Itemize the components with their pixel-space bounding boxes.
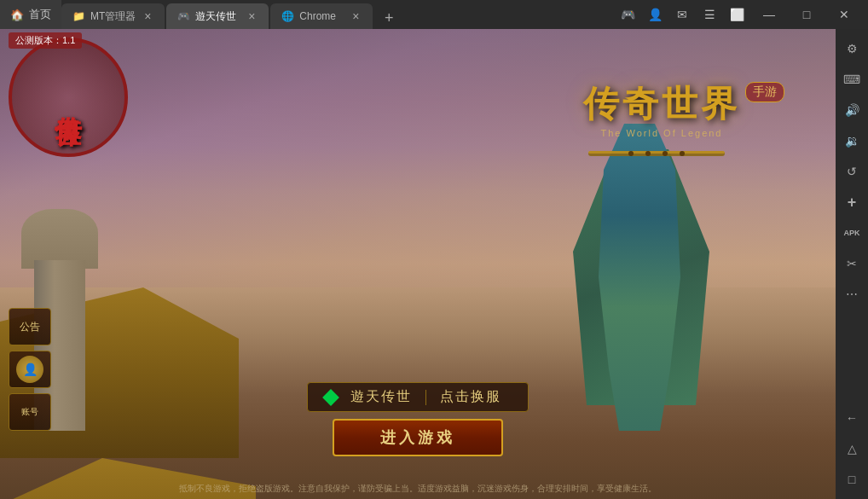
recents-button[interactable]: □ bbox=[839, 467, 865, 492]
svg-point-4 bbox=[663, 151, 668, 156]
tab-chrome-close[interactable]: × bbox=[349, 9, 362, 23]
server-divider bbox=[425, 390, 426, 405]
tab-yitian-label: 遊天传世 bbox=[195, 9, 236, 24]
svg-point-2 bbox=[628, 151, 634, 156]
tabs-container: 📁 MT管理器 × 🎮 遊天传世 × 🌐 Chrome × + bbox=[61, 0, 609, 29]
ctrl-mail[interactable]: ✉ bbox=[670, 3, 694, 26]
bottom-ui: 遊天传世 点击换服 进入游戏 bbox=[0, 382, 836, 456]
yitian-icon: 🎮 bbox=[176, 9, 190, 23]
ctrl-gamepad[interactable]: 🎮 bbox=[616, 3, 639, 26]
tab-yitian-close[interactable]: × bbox=[245, 9, 258, 23]
home-tab[interactable]: 🏠 首页 bbox=[0, 0, 61, 29]
logo-right-title-text: 传奇世界 The World Of Legend bbox=[583, 80, 740, 138]
logo-circle: 传奇世界 bbox=[9, 38, 128, 157]
window-controls: 🎮 👤 ✉ ☰ ⬜ — □ ✕ bbox=[609, 0, 868, 29]
chrome-icon: 🌐 bbox=[281, 9, 294, 23]
home-tab-label: 首页 bbox=[29, 7, 51, 22]
ctrl-display[interactable]: ⬜ bbox=[725, 3, 749, 26]
tab-mt-manager[interactable]: 📁 MT管理器 × bbox=[61, 3, 165, 29]
top-banner-text: 公测版本：1.1 bbox=[15, 35, 75, 45]
mt-manager-icon: 📁 bbox=[72, 9, 85, 23]
enter-game-button[interactable]: 进入游戏 bbox=[333, 419, 503, 456]
window-close-button[interactable]: ✕ bbox=[827, 0, 861, 29]
server-change-button[interactable]: 点击换服 bbox=[440, 388, 501, 406]
disclaimer-text: 抵制不良游戏，拒绝盗版游戏。注意自我保护，谨防受骗上当。适度游戏益脑，沉迷游戏伤… bbox=[0, 483, 836, 495]
account-icon: 👤 bbox=[16, 356, 43, 383]
ctrl-menu[interactable]: ☰ bbox=[697, 3, 721, 26]
game-logo-right: 传奇世界 The World Of Legend 手游 bbox=[583, 80, 784, 138]
tab-yitian[interactable]: 🎮 遊天传世 × bbox=[166, 3, 269, 29]
new-tab-button[interactable]: + bbox=[378, 7, 400, 29]
tab-chrome[interactable]: 🌐 Chrome × bbox=[270, 3, 373, 29]
scissors-button[interactable]: ✂ bbox=[839, 251, 865, 276]
svg-point-3 bbox=[645, 151, 651, 156]
window-maximize-button[interactable]: □ bbox=[790, 0, 824, 29]
home-button[interactable]: △ bbox=[839, 436, 865, 461]
logo-main-text: 传奇世界 bbox=[49, 94, 87, 101]
diamond-icon bbox=[322, 389, 339, 406]
announcement-label: 公告 bbox=[20, 320, 40, 334]
svg-point-5 bbox=[680, 151, 685, 156]
game-logo-left: 传奇世界 bbox=[9, 38, 162, 191]
apk-button[interactable]: APK bbox=[839, 220, 865, 246]
refresh-button[interactable]: ↺ bbox=[839, 159, 865, 184]
top-banner: 公测版本：1.1 bbox=[9, 32, 82, 49]
back-button[interactable]: ← bbox=[839, 405, 865, 431]
logo-right-subtitle: The World Of Legend bbox=[583, 128, 740, 138]
tab-mt-manager-close[interactable]: × bbox=[141, 9, 154, 23]
tab-chrome-label: Chrome bbox=[299, 10, 336, 22]
announcement-button[interactable]: 公告 bbox=[9, 308, 51, 345]
home-icon: 🏠 bbox=[10, 9, 24, 21]
settings-button[interactable]: ⚙ bbox=[839, 36, 865, 61]
right-sidebar: ⚙ ⌨ 🔊 🔉 ↺ + APK ✂ ⋯ ← △ □ bbox=[836, 29, 868, 499]
logo-badge: 手游 bbox=[745, 82, 784, 102]
game-area: 公测版本：1.1 传奇世界 传奇世界 The World Of Legend 手… bbox=[0, 29, 836, 499]
server-name-label: 遊天传世 bbox=[350, 388, 412, 406]
window-minimize-button[interactable]: — bbox=[752, 0, 786, 29]
add-button[interactable]: + bbox=[839, 189, 865, 215]
logo-right-main: 传奇世界 bbox=[583, 80, 740, 128]
volume-up-button[interactable]: 🔊 bbox=[839, 97, 865, 123]
svg-rect-1 bbox=[588, 151, 725, 154]
character-flute bbox=[580, 141, 733, 166]
more-button[interactable]: ⋯ bbox=[839, 281, 865, 307]
titlebar: 🏠 首页 📁 MT管理器 × 🎮 遊天传世 × 🌐 Chrome × + 🎮 👤… bbox=[0, 0, 868, 29]
server-bar[interactable]: 遊天传世 点击换服 bbox=[307, 382, 529, 412]
keyboard-button[interactable]: ⌨ bbox=[839, 67, 865, 92]
ctrl-user[interactable]: 👤 bbox=[643, 3, 667, 26]
volume-down-button[interactable]: 🔉 bbox=[839, 128, 865, 154]
tab-mt-manager-label: MT管理器 bbox=[90, 9, 136, 24]
